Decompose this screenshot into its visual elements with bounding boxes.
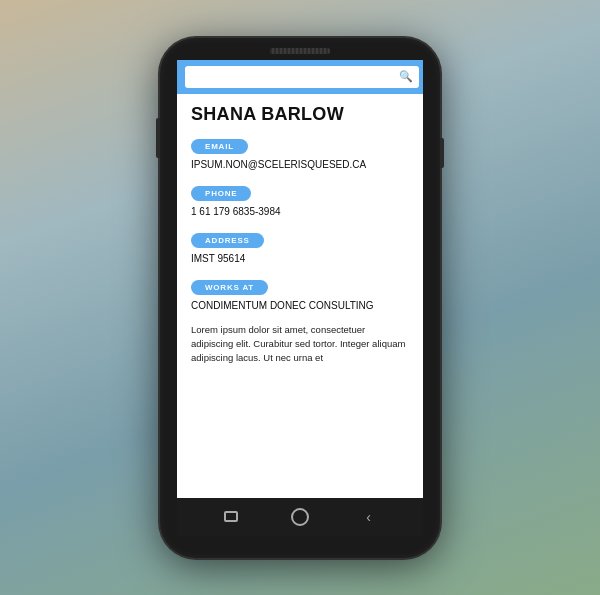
works-at-company: CONDIMENTUM DONEC CONSULTING [191, 299, 409, 313]
works-at-description: Lorem ipsum dolor sit amet, consectetuer… [191, 323, 409, 366]
address-label: ADDRESS [191, 233, 264, 248]
recents-button[interactable] [217, 507, 245, 527]
contact-content: SHANA BARLOW EMAIL IPSUM.NON@SCELERISQUE… [177, 94, 423, 498]
phone-device: 🔍 SHANA BARLOW EMAIL IPSUM.NON@SCELERISQ… [160, 38, 440, 558]
search-bar: 🔍 [177, 60, 423, 94]
phone-screen: 🔍 SHANA BARLOW EMAIL IPSUM.NON@SCELERISQ… [177, 60, 423, 498]
phone-speaker [270, 48, 330, 54]
phone-nav-bar: ‹ [177, 498, 423, 536]
phone-value: 1 61 179 6835-3984 [191, 205, 409, 219]
email-value: IPSUM.NON@SCELERISQUESED.CA [191, 158, 409, 172]
home-button[interactable] [286, 507, 314, 527]
email-label: EMAIL [191, 139, 248, 154]
search-input[interactable] [185, 66, 419, 88]
recents-icon [224, 511, 238, 522]
search-icon: 🔍 [399, 70, 413, 83]
back-button[interactable]: ‹ [355, 507, 383, 527]
phone-label: PHONE [191, 186, 251, 201]
back-icon: ‹ [366, 509, 371, 525]
contact-name: SHANA BARLOW [191, 104, 409, 125]
home-icon [291, 508, 309, 526]
address-value: IMST 95614 [191, 252, 409, 266]
works-at-label: WORKS AT [191, 280, 268, 295]
